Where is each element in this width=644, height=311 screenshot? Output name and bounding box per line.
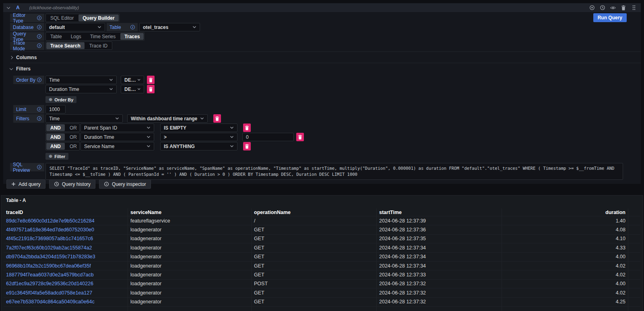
chevron-down-icon: [10, 66, 13, 70]
order-by-field-select[interactable]: Duration Time: [45, 85, 117, 93]
info-icon[interactable]: i: [37, 43, 41, 48]
info-icon[interactable]: i: [37, 78, 41, 82]
service-name-cell: loadgenerator: [128, 235, 252, 243]
remove-filter-button[interactable]: [243, 142, 251, 150]
run-query-button[interactable]: Run Query: [593, 13, 627, 22]
panel-title[interactable]: Table - A: [1, 196, 643, 205]
service-name-cell: loadgenerator: [128, 225, 252, 234]
order-by-row-1: Order By i Time DESC: [10, 76, 641, 84]
order-by-label: Order By i: [13, 76, 44, 84]
history-icon[interactable]: [600, 5, 605, 10]
column-header-servicename[interactable]: serviceName: [128, 208, 252, 216]
column-header-operationname[interactable]: operationName: [252, 208, 377, 216]
trace-mode-trace-id[interactable]: Trace ID: [85, 42, 112, 49]
duration-cell: 4.25: [502, 298, 628, 306]
trash-icon[interactable]: [621, 5, 626, 10]
start-time-cell: 2024-06-28 12:37:35: [377, 235, 502, 243]
results-table: traceID serviceName operationName startT…: [4, 208, 640, 311]
limit-label: Limit i: [13, 105, 44, 113]
trace-id-link[interactable]: 4f45c21918c73698057a8b1c741657c6: [6, 236, 93, 241]
trace-id-link[interactable]: 62df1ec9a29728c9e29536c20d140226: [6, 281, 93, 286]
database-select[interactable]: default: [45, 23, 105, 31]
filter-operator-select[interactable]: IS ANYTHING: [160, 142, 237, 150]
query-type-traces[interactable]: Traces: [120, 33, 144, 40]
filters-label: Filters i: [13, 114, 44, 123]
collapse-query-icon[interactable]: [7, 5, 10, 8]
limit-row: Limit i: [10, 105, 641, 113]
database-label: Database i: [10, 23, 44, 31]
editor-type-query-builder[interactable]: Query Builder: [78, 14, 118, 21]
eye-icon[interactable]: [610, 5, 616, 10]
columns-section-header[interactable]: Columns: [10, 54, 641, 61]
start-time-cell: 2024-06-28 12:37:39: [377, 216, 502, 225]
sql-preview-row: SQL Preview i SELECT "TraceId" as traceI…: [10, 163, 641, 180]
bool-and[interactable]: AND: [46, 143, 65, 150]
info-icon[interactable]: i: [37, 116, 41, 121]
trace-mode-trace-search[interactable]: Trace Search: [46, 42, 85, 49]
filter-operator-select[interactable]: >: [160, 133, 237, 141]
table-row: 96968b10fa2b2c1590bc67dea06ef35f loadgen…: [4, 262, 640, 270]
column-header-duration[interactable]: duration: [502, 208, 628, 216]
query-type-group: Table Logs Time Series Traces: [45, 32, 144, 41]
info-icon[interactable]: i: [37, 34, 41, 39]
table-select[interactable]: otel_traces: [139, 23, 200, 31]
add-order-by-button[interactable]: ⊕ Order By: [45, 96, 76, 103]
filter-condition-row: AND OR Duration Time >: [10, 133, 641, 141]
filter-field-select[interactable]: Duration Time: [80, 133, 154, 141]
query-history-button[interactable]: Query history: [49, 179, 95, 189]
info-icon[interactable]: i: [37, 107, 41, 111]
order-by-field-select[interactable]: Time: [45, 76, 117, 84]
drag-handle-icon[interactable]: [631, 5, 637, 10]
trace-id-link[interactable]: 7a2f07ecf63c60b1029ab2ac155874a2: [6, 245, 92, 251]
bool-or[interactable]: OR: [66, 143, 81, 150]
remove-filter-button[interactable]: [243, 124, 251, 132]
remove-filter-button[interactable]: [296, 133, 304, 141]
filter-field-select[interactable]: Time: [45, 114, 123, 123]
column-header-traceid[interactable]: traceID: [4, 208, 128, 216]
bool-or[interactable]: OR: [66, 134, 81, 140]
query-type-logs[interactable]: Logs: [67, 33, 85, 40]
order-by-direction-select[interactable]: DESC: [121, 76, 144, 84]
add-query-button[interactable]: Add query: [6, 179, 45, 189]
trace-id-link[interactable]: db9704a2bbda34204d159c71b78283e3: [6, 254, 95, 260]
bool-operator-group: AND OR: [45, 124, 80, 132]
plus-icon: [11, 182, 16, 186]
column-header-starttime[interactable]: startTime: [377, 208, 502, 216]
remove-order-by-button[interactable]: [147, 76, 155, 84]
service-name-cell: loadgenerator: [128, 253, 252, 261]
add-filter-button[interactable]: ⊕ Filter: [45, 153, 68, 160]
trace-id-link[interactable]: 4f497571a618e364ed7ded60752030e0: [6, 227, 94, 233]
chevron-right-icon: [10, 56, 13, 59]
filter-value-input[interactable]: [246, 134, 290, 140]
filter-field-select[interactable]: Parent Span ID: [80, 124, 154, 132]
query-inspector-button[interactable]: Query inspector: [99, 179, 151, 189]
editor-type-sql-editor[interactable]: SQL Editor: [46, 14, 78, 21]
bool-and[interactable]: AND: [46, 124, 65, 131]
operation-name-cell: /: [252, 216, 377, 225]
info-icon[interactable]: i: [37, 16, 41, 20]
info-icon[interactable]: i: [37, 25, 41, 29]
trace-id-link[interactable]: e91c3645f04fa5e58adcd0758e1ea127: [6, 290, 92, 296]
circle-icon[interactable]: [589, 5, 595, 10]
bool-operator-group: AND OR: [45, 142, 80, 150]
bool-and[interactable]: AND: [46, 134, 65, 140]
limit-input[interactable]: [49, 107, 62, 112]
duration-cell: 4.00: [502, 253, 628, 261]
info-icon[interactable]: i: [37, 165, 41, 169]
info-icon[interactable]: i: [130, 25, 135, 29]
filter-field-select[interactable]: Service Name: [80, 142, 154, 150]
trace-id-link[interactable]: 89dc7e8c6060c0d12de7e9b50c216284: [6, 218, 95, 224]
query-type-table[interactable]: Table: [46, 33, 66, 40]
trace-id-link[interactable]: 1887794f7eaa6037d0e2a4579bcd7acb: [6, 272, 94, 278]
filters-section-header[interactable]: Filters: [10, 65, 641, 72]
trace-id-link[interactable]: e67ee7b53870d4c864ca50409ca0e64c: [6, 299, 95, 305]
filter-operator-select[interactable]: IS EMPTY: [160, 124, 237, 132]
database-table-row: Database i default Table i otel_traces: [10, 23, 641, 31]
remove-order-by-button[interactable]: [147, 85, 155, 93]
query-type-time-series[interactable]: Time Series: [86, 33, 120, 40]
filter-operator-select[interactable]: Within dashboard time range: [127, 114, 208, 123]
remove-filter-button[interactable]: [213, 114, 221, 123]
order-by-direction-select[interactable]: DESC: [121, 85, 144, 93]
bool-or[interactable]: OR: [66, 124, 81, 131]
trace-id-link[interactable]: 96968b10fa2b2c1590bc67dea06ef35f: [6, 263, 91, 269]
